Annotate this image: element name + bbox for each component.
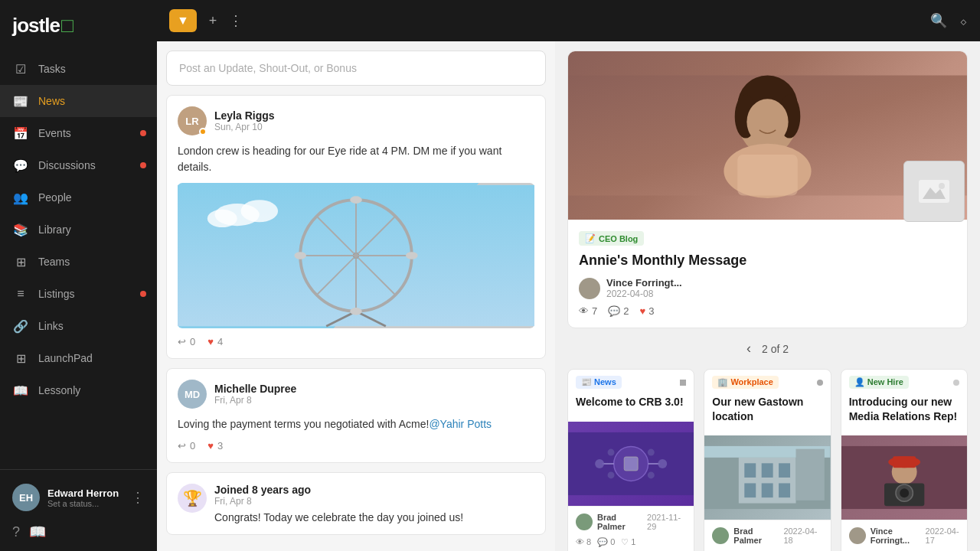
post-input[interactable]: Post an Update, Shout-Out, or Bonus xyxy=(166,51,546,86)
article-grid-row1: 📰 News Welcome to CRB 3.0! xyxy=(567,369,968,551)
sidebar-item-label: Links xyxy=(38,320,64,332)
filter-active-button[interactable]: ▼ xyxy=(169,9,197,32)
like-button[interactable]: ♥ 4 xyxy=(207,336,223,347)
filter-right-icon[interactable]: ⬦ xyxy=(959,13,968,29)
user-info: Edward Herron Set a status... xyxy=(47,487,131,508)
logo[interactable]: jostle □ xyxy=(0,0,157,53)
svg-point-11 xyxy=(350,308,362,315)
sidebar-bottom-icons: ? 📖 xyxy=(12,517,145,543)
milestone-content: Joined 8 years ago Fri, Apr 8 Congrats! … xyxy=(214,484,534,523)
search-icon[interactable]: 🔍 xyxy=(930,12,947,29)
likes-stat: ♡ 1 xyxy=(621,537,635,547)
article-card[interactable]: 🏢 Workplace Our new Gastown location xyxy=(704,369,831,551)
sidebar-item-teams[interactable]: ⊞ Teams xyxy=(0,246,157,278)
article-card[interactable]: 👤 New Hire Introducing our new Media Rel… xyxy=(841,369,968,551)
sidebar-item-news[interactable]: 📰 News xyxy=(0,85,157,117)
user-status[interactable]: Set a status... xyxy=(47,499,131,508)
avatar xyxy=(849,527,866,544)
article-dot xyxy=(817,380,823,386)
sidebar-item-launchpad[interactable]: ⊞ LaunchPad xyxy=(0,342,157,374)
svg-rect-24 xyxy=(737,155,798,196)
user-more-button[interactable]: ⋮ xyxy=(131,489,145,506)
svg-rect-42 xyxy=(779,463,790,478)
sidebar-footer: EH Edward Herron Set a status... ⋮ ? 📖 xyxy=(0,469,157,551)
library-icon: 📚 xyxy=(12,221,29,238)
nav-menu: ☑ Tasks 📰 News 📅 Events 💬 Discussions 👥 … xyxy=(0,53,157,469)
prev-page-button[interactable]: ‹ xyxy=(746,341,751,357)
comments-count: 2 xyxy=(623,305,629,317)
mention-link[interactable]: @Yahir Potts xyxy=(429,418,492,430)
article-image xyxy=(841,435,967,520)
tasks-icon: ☑ xyxy=(12,60,29,77)
sidebar-item-discussions[interactable]: 💬 Discussions xyxy=(0,149,157,181)
sidebar-item-tasks[interactable]: ☑ Tasks xyxy=(0,53,157,85)
add-button[interactable]: + xyxy=(209,13,217,29)
milestone-title: Joined 8 years ago xyxy=(214,484,534,496)
sidebar-item-label: LaunchPad xyxy=(38,352,93,364)
listings-icon: ≡ xyxy=(12,285,29,302)
like-button[interactable]: ♥ 3 xyxy=(207,440,223,452)
post-actions: ↩ 0 ♥ 4 xyxy=(178,336,534,347)
post-author: Leyla Riggs xyxy=(214,109,534,122)
article-title: Welcome to CRB 3.0! xyxy=(576,395,686,409)
help-icon[interactable]: ? xyxy=(12,524,20,540)
thumbnail-placeholder xyxy=(903,161,965,222)
sidebar-item-lessonly[interactable]: 📖 Lessonly xyxy=(0,374,157,406)
post-image xyxy=(178,183,534,328)
reply-button[interactable]: ↩ 0 xyxy=(178,440,195,452)
svg-point-34 xyxy=(608,448,615,455)
featured-content: 📝 CEO Blog Annie's Monthly Message Vince… xyxy=(568,220,967,328)
featured-article[interactable]: 📝 CEO Blog Annie's Monthly Message Vince… xyxy=(567,51,968,328)
post-meta: Michelle Dupree Fri, Apr 8 xyxy=(214,383,534,406)
user-profile-row[interactable]: EH Edward Herron Set a status... ⋮ xyxy=(12,478,145,517)
svg-rect-47 xyxy=(796,448,825,500)
more-options-button[interactable]: ⋮ xyxy=(229,12,243,29)
page-indicator: 2 of 2 xyxy=(762,343,789,355)
post-card: MD Michelle Dupree Fri, Apr 8 Loving the… xyxy=(166,368,546,463)
avatar: EH xyxy=(12,484,40,511)
article-stats: 👁 8 💬 0 ♡ 1 xyxy=(568,537,694,551)
svg-point-9 xyxy=(350,196,362,204)
avatar: LR xyxy=(178,106,207,135)
featured-stats: 👁 7 💬 2 ♥ 3 xyxy=(579,305,956,317)
post-text: London crew is heading for our Eye ride … xyxy=(178,143,534,175)
sidebar-item-events[interactable]: 📅 Events xyxy=(0,117,157,149)
article-card[interactable]: 📰 News Welcome to CRB 3.0! xyxy=(567,369,694,551)
featured-author-info: Vince Forringt... 2022-04-08 xyxy=(606,277,682,299)
reply-button[interactable]: ↩ 0 xyxy=(178,336,195,347)
post-actions: ↩ 0 ♥ 3 xyxy=(178,440,534,452)
sidebar-item-links[interactable]: 🔗 Links xyxy=(0,310,157,342)
status-indicator xyxy=(199,128,207,135)
svg-rect-44 xyxy=(762,483,773,497)
article-footer: Vince Forringt... 2022-04-17 xyxy=(841,520,967,551)
comments-stat: 💬 2 xyxy=(608,305,629,317)
views-count: 8 xyxy=(586,537,591,546)
sidebar-item-listings[interactable]: ≡ Listings xyxy=(0,278,157,310)
avatar xyxy=(576,514,593,530)
events-icon: 📅 xyxy=(12,125,29,142)
sidebar-item-library[interactable]: 📚 Library xyxy=(0,214,157,246)
open-book-icon[interactable]: 📖 xyxy=(29,523,46,540)
sidebar-item-people[interactable]: 👥 People xyxy=(0,181,157,214)
article-date: 2022-04-18 xyxy=(783,527,822,545)
heart-icon: ♥ xyxy=(639,305,645,317)
likes-count: 3 xyxy=(648,305,654,317)
avatar: MD xyxy=(178,380,207,409)
svg-rect-29 xyxy=(624,457,638,471)
sidebar-item-label: Events xyxy=(38,127,71,139)
svg-point-10 xyxy=(406,252,418,259)
article-image xyxy=(704,435,830,520)
article-image xyxy=(568,422,694,506)
article-tag: 👤 New Hire xyxy=(849,376,909,389)
comment-icon: 💬 xyxy=(608,305,620,317)
discussions-badge xyxy=(140,162,146,168)
svg-point-36 xyxy=(608,471,615,478)
featured-title: Annie's Monthly Message xyxy=(579,252,956,269)
svg-point-32 xyxy=(595,459,604,468)
topbar: ▼ + ⋮ 🔍 ⬦ xyxy=(157,0,980,41)
user-name: Edward Herron xyxy=(47,487,131,499)
milestone-date: Fri, Apr 8 xyxy=(214,496,534,507)
main-area: ▼ + ⋮ 🔍 ⬦ Post an Update, Shout-Out, or … xyxy=(157,0,980,551)
svg-rect-51 xyxy=(893,456,916,468)
like-count: 3 xyxy=(217,440,223,452)
